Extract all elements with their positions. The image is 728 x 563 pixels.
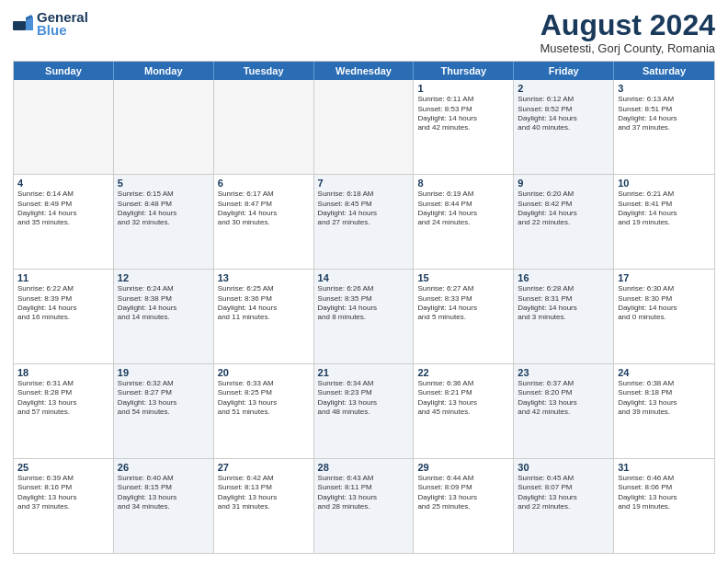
calendar: SundayMondayTuesdayWednesdayThursdayFrid… [13, 61, 715, 554]
day-number: 12 [118, 272, 210, 283]
calendar-cell: 25Sunrise: 6:39 AM Sunset: 8:16 PM Dayli… [14, 459, 114, 553]
header: General Blue August 2024 Musetesti, Gorj… [13, 9, 715, 55]
day-info: Sunrise: 6:17 AM Sunset: 8:47 PM Dayligh… [218, 190, 310, 228]
calendar-cell: 18Sunrise: 6:31 AM Sunset: 8:28 PM Dayli… [14, 364, 114, 458]
calendar-cell: 5Sunrise: 6:15 AM Sunset: 8:48 PM Daylig… [114, 175, 214, 269]
day-number: 30 [518, 462, 609, 473]
day-number: 19 [118, 367, 210, 378]
calendar-cell: 7Sunrise: 6:18 AM Sunset: 8:45 PM Daylig… [314, 175, 415, 269]
day-number: 3 [618, 83, 711, 94]
calendar-row-4: 25Sunrise: 6:39 AM Sunset: 8:16 PM Dayli… [14, 458, 714, 553]
calendar-row-2: 11Sunrise: 6:22 AM Sunset: 8:39 PM Dayli… [14, 269, 714, 363]
day-number: 26 [118, 462, 210, 473]
calendar-cell: 30Sunrise: 6:45 AM Sunset: 8:07 PM Dayli… [514, 459, 614, 553]
calendar-row-3: 18Sunrise: 6:31 AM Sunset: 8:28 PM Dayli… [14, 363, 714, 458]
day-number: 13 [218, 272, 310, 283]
day-number: 27 [218, 462, 310, 473]
day-info: Sunrise: 6:46 AM Sunset: 8:06 PM Dayligh… [618, 474, 711, 512]
day-info: Sunrise: 6:28 AM Sunset: 8:31 PM Dayligh… [518, 284, 609, 323]
header-cell-friday: Friday [514, 62, 614, 80]
day-info: Sunrise: 6:36 AM Sunset: 8:21 PM Dayligh… [417, 379, 509, 418]
logo-line: General Blue [13, 9, 88, 38]
day-number: 29 [417, 462, 509, 473]
day-number: 21 [318, 367, 410, 378]
day-info: Sunrise: 6:30 AM Sunset: 8:30 PM Dayligh… [618, 284, 711, 323]
calendar-body: 1Sunrise: 6:11 AM Sunset: 8:53 PM Daylig… [14, 80, 714, 553]
calendar-header: SundayMondayTuesdayWednesdayThursdayFrid… [14, 62, 714, 80]
day-info: Sunrise: 6:24 AM Sunset: 8:38 PM Dayligh… [118, 284, 210, 323]
day-info: Sunrise: 6:43 AM Sunset: 8:11 PM Dayligh… [318, 474, 410, 512]
day-number: 25 [17, 462, 109, 473]
calendar-cell: 22Sunrise: 6:36 AM Sunset: 8:21 PM Dayli… [414, 364, 514, 458]
logo: General Blue [13, 9, 88, 38]
calendar-cell: 6Sunrise: 6:17 AM Sunset: 8:47 PM Daylig… [214, 175, 314, 269]
day-info: Sunrise: 6:25 AM Sunset: 8:36 PM Dayligh… [218, 284, 310, 323]
header-cell-monday: Monday [114, 62, 214, 80]
calendar-cell: 20Sunrise: 6:33 AM Sunset: 8:25 PM Dayli… [214, 364, 314, 458]
calendar-subtitle: Musetesti, Gorj County, Romania [540, 41, 716, 55]
header-cell-wednesday: Wednesday [314, 62, 415, 80]
day-number: 10 [618, 178, 711, 189]
calendar-cell: 16Sunrise: 6:28 AM Sunset: 8:31 PM Dayli… [514, 270, 614, 363]
day-info: Sunrise: 6:31 AM Sunset: 8:28 PM Dayligh… [17, 379, 109, 418]
calendar-cell: 23Sunrise: 6:37 AM Sunset: 8:20 PM Dayli… [514, 364, 614, 458]
day-info: Sunrise: 6:12 AM Sunset: 8:52 PM Dayligh… [518, 95, 609, 133]
calendar-title: August 2024 [540, 9, 716, 41]
day-number: 18 [17, 367, 109, 378]
calendar-row-1: 4Sunrise: 6:14 AM Sunset: 8:49 PM Daylig… [14, 174, 714, 269]
calendar-cell: 28Sunrise: 6:43 AM Sunset: 8:11 PM Dayli… [314, 459, 415, 553]
calendar-cell: 15Sunrise: 6:27 AM Sunset: 8:33 PM Dayli… [414, 270, 514, 363]
day-number: 28 [318, 462, 410, 473]
day-info: Sunrise: 6:39 AM Sunset: 8:16 PM Dayligh… [17, 474, 109, 512]
day-info: Sunrise: 6:37 AM Sunset: 8:20 PM Dayligh… [518, 379, 609, 418]
header-cell-sunday: Sunday [14, 62, 114, 80]
calendar-cell: 26Sunrise: 6:40 AM Sunset: 8:15 PM Dayli… [114, 459, 214, 553]
day-info: Sunrise: 6:19 AM Sunset: 8:44 PM Dayligh… [417, 190, 509, 228]
day-info: Sunrise: 6:21 AM Sunset: 8:41 PM Dayligh… [618, 190, 711, 228]
day-number: 7 [318, 178, 410, 189]
calendar-cell [314, 80, 415, 174]
day-info: Sunrise: 6:14 AM Sunset: 8:49 PM Dayligh… [17, 190, 109, 228]
day-info: Sunrise: 6:20 AM Sunset: 8:42 PM Dayligh… [518, 190, 609, 228]
day-number: 11 [17, 272, 109, 283]
day-info: Sunrise: 6:40 AM Sunset: 8:15 PM Dayligh… [118, 474, 210, 512]
header-cell-thursday: Thursday [414, 62, 514, 80]
day-number: 31 [618, 462, 711, 473]
logo-icon [13, 14, 33, 34]
header-cell-tuesday: Tuesday [214, 62, 314, 80]
calendar-cell: 1Sunrise: 6:11 AM Sunset: 8:53 PM Daylig… [414, 80, 514, 174]
day-info: Sunrise: 6:15 AM Sunset: 8:48 PM Dayligh… [118, 190, 210, 228]
day-info: Sunrise: 6:38 AM Sunset: 8:18 PM Dayligh… [618, 379, 711, 418]
calendar-cell: 21Sunrise: 6:34 AM Sunset: 8:23 PM Dayli… [314, 364, 415, 458]
day-number: 14 [318, 272, 410, 283]
calendar-cell: 10Sunrise: 6:21 AM Sunset: 8:41 PM Dayli… [614, 175, 714, 269]
day-info: Sunrise: 6:44 AM Sunset: 8:09 PM Dayligh… [417, 474, 509, 512]
calendar-row-0: 1Sunrise: 6:11 AM Sunset: 8:53 PM Daylig… [14, 80, 714, 174]
day-number: 24 [618, 367, 711, 378]
header-cell-saturday: Saturday [614, 62, 714, 80]
day-number: 5 [118, 178, 210, 189]
day-info: Sunrise: 6:13 AM Sunset: 8:51 PM Dayligh… [618, 95, 711, 133]
calendar-cell: 3Sunrise: 6:13 AM Sunset: 8:51 PM Daylig… [614, 80, 714, 174]
day-info: Sunrise: 6:42 AM Sunset: 8:13 PM Dayligh… [218, 474, 310, 512]
calendar-cell: 11Sunrise: 6:22 AM Sunset: 8:39 PM Dayli… [14, 270, 114, 363]
calendar-cell: 27Sunrise: 6:42 AM Sunset: 8:13 PM Dayli… [214, 459, 314, 553]
day-info: Sunrise: 6:45 AM Sunset: 8:07 PM Dayligh… [518, 474, 609, 512]
day-info: Sunrise: 6:22 AM Sunset: 8:39 PM Dayligh… [17, 284, 109, 323]
calendar-cell: 2Sunrise: 6:12 AM Sunset: 8:52 PM Daylig… [514, 80, 614, 174]
day-number: 8 [417, 178, 509, 189]
calendar-cell: 4Sunrise: 6:14 AM Sunset: 8:49 PM Daylig… [14, 175, 114, 269]
calendar-cell: 8Sunrise: 6:19 AM Sunset: 8:44 PM Daylig… [414, 175, 514, 269]
title-block: August 2024 Musetesti, Gorj County, Roma… [540, 9, 716, 55]
day-number: 22 [417, 367, 509, 378]
day-info: Sunrise: 6:33 AM Sunset: 8:25 PM Dayligh… [218, 379, 310, 418]
calendar-cell: 24Sunrise: 6:38 AM Sunset: 8:18 PM Dayli… [614, 364, 714, 458]
day-number: 4 [17, 178, 109, 189]
day-info: Sunrise: 6:18 AM Sunset: 8:45 PM Dayligh… [318, 190, 410, 228]
day-number: 15 [417, 272, 509, 283]
day-info: Sunrise: 6:32 AM Sunset: 8:27 PM Dayligh… [118, 379, 210, 418]
calendar-cell: 9Sunrise: 6:20 AM Sunset: 8:42 PM Daylig… [514, 175, 614, 269]
calendar-cell [214, 80, 314, 174]
day-info: Sunrise: 6:26 AM Sunset: 8:35 PM Dayligh… [318, 284, 410, 323]
calendar-cell: 19Sunrise: 6:32 AM Sunset: 8:27 PM Dayli… [114, 364, 214, 458]
